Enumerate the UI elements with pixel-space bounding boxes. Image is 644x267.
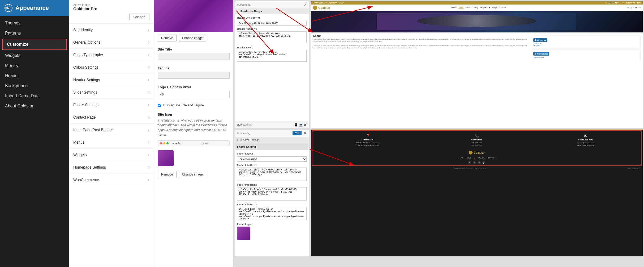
- sidebar-item-menus[interactable]: Menus: [0, 61, 69, 71]
- footer-info1-label: Footer Info Box 1: [237, 164, 307, 166]
- back-arrow-icon[interactable]: ‹: [237, 9, 238, 13]
- dot-yellow: [163, 142, 165, 144]
- sidebar: W Appearance Themes Patterns Customize W…: [0, 0, 69, 267]
- panel-item-widgets[interactable]: Widgets ›: [69, 149, 154, 161]
- chevron-right-icon: ›: [148, 165, 149, 170]
- archive-june: June 2023: [533, 43, 639, 44]
- panel-item-woocommerce[interactable]: WooCommerce ›: [69, 174, 154, 186]
- chevron-right-icon: ›: [148, 115, 149, 120]
- site-logo-text: Goldstar: [318, 6, 330, 9]
- display-title-checkbox[interactable]: [158, 104, 161, 107]
- about-main-content: About Lorem ipsum Dolor nunc vulle putat…: [313, 35, 530, 60]
- remove-favicon-button[interactable]: Remove: [158, 171, 177, 178]
- sidebar-item-background[interactable]: Background: [0, 81, 69, 91]
- footer-logo-icon: [469, 151, 473, 155]
- instagram-icon[interactable]: in: [478, 161, 481, 164]
- footer-nav-about[interactable]: ABOUT: [466, 157, 471, 159]
- chevron-right-icon: ›: [148, 40, 149, 45]
- site-title-section: Site Title: [154, 44, 233, 63]
- sidebar-item-header[interactable]: Header: [0, 71, 69, 81]
- top-preview-row: Customizing ✕ ‹ Header Settings Header L…: [235, 1, 643, 128]
- sidebar-header: W Appearance: [0, 0, 69, 16]
- about-text-2: Lorem Ipsum.Dolor nunc vulle putateuf ip…: [313, 45, 530, 49]
- panel-item-fonts-typography[interactable]: Fonts Typography ›: [69, 49, 154, 61]
- footer-preview-area: 📍 Contact Info 1635 Franklin Street Mont…: [311, 130, 643, 256]
- footer-info2-textarea[interactable]: <h3>Call Us Free:</h3> <a href="tel:+138…: [237, 187, 307, 201]
- twitter-icon[interactable]: t: [473, 161, 476, 164]
- dot-green: [166, 142, 169, 144]
- footer-nav: HOME ABOUT ⚙ GALLERY CONTACT: [312, 156, 641, 160]
- change-theme-button[interactable]: Change: [129, 14, 149, 20]
- search-nav-icon[interactable]: 🔍: [627, 7, 629, 9]
- remove-logo-button[interactable]: Remove: [158, 35, 177, 41]
- sidebar-item-import-demo[interactable]: Import Demo Data: [0, 91, 69, 101]
- sidebar-item-themes[interactable]: Themes: [0, 18, 69, 28]
- category-uncategorized: Uncategorized: [533, 57, 639, 58]
- facebook-icon[interactable]: f: [468, 161, 471, 164]
- change-favicon-button[interactable]: Change image: [179, 171, 206, 178]
- desktop-icon[interactable]: 🖥: [304, 123, 307, 127]
- footer-col3-title: Send Email Now: [532, 139, 639, 141]
- chevron-right-icon: ›: [148, 65, 149, 70]
- panel-item-site-identity[interactable]: Site Identity ›: [69, 24, 154, 36]
- chevron-right-icon: ›: [148, 152, 149, 157]
- header-overlay-subheader: ‹ Header Settings: [235, 8, 309, 14]
- about-title: About: [313, 35, 530, 37]
- tagline-label: Tagline: [158, 66, 230, 70]
- chevron-right-icon: ›: [148, 90, 149, 95]
- panel-item-inner-page-banner[interactable]: Inner Page/Post Banner ›: [69, 124, 154, 136]
- panel-item-footer-settings[interactable]: Footer Settings ›: [69, 99, 154, 111]
- panel-item-contact-page[interactable]: Contact Page ›: [69, 111, 154, 124]
- logo-height-input[interactable]: [158, 91, 230, 98]
- sidebar-navigation: Themes Patterns Customize Widgets Menus …: [0, 16, 69, 111]
- hide-controls-label[interactable]: Hide Controls: [237, 124, 252, 126]
- panel-item-header-settings[interactable]: Header Settings ›: [69, 74, 154, 86]
- mobile-icon[interactable]: 📱: [294, 123, 298, 127]
- footer-nav-gallery[interactable]: GALLERY: [478, 157, 485, 159]
- close-overlay-icon[interactable]: ✕: [304, 3, 307, 7]
- panel-item-menus[interactable]: Menus ›: [69, 136, 154, 149]
- header-overlay-footer: Hide Controls 📱 💻 🖥: [235, 122, 309, 128]
- site-top-preview: Free Shipping On Orders Over $600* ✆ 712…: [311, 1, 643, 128]
- footer-info3-textarea[interactable]: <h3>Send Email Now:</h3> <a href="mailto…: [237, 207, 307, 220]
- panel-item-general-options[interactable]: General Options ›: [69, 36, 154, 49]
- chevron-right-icon: ›: [148, 102, 149, 107]
- location-icon: 📍: [315, 134, 421, 138]
- tagline-input-blurred[interactable]: [158, 72, 230, 79]
- publish-button[interactable]: 发布: [293, 131, 302, 135]
- footer-back-label: ‹ Footer Settings: [240, 139, 259, 141]
- footer-nav-contact[interactable]: CONTACT: [488, 157, 495, 159]
- chevron-right-icon: ›: [148, 52, 149, 57]
- footer-nav-home[interactable]: HOME: [458, 157, 463, 159]
- footer-customizing-label: Customizing: [237, 132, 250, 135]
- youtube-icon[interactable]: ▶: [482, 161, 486, 164]
- tablet-icon[interactable]: 💻: [299, 123, 303, 127]
- browser-dots: [160, 142, 169, 144]
- cart-nav-icon[interactable]: 🛒 CART ①: [630, 7, 641, 9]
- footer-info1-textarea[interactable]: <h3>Contact Info:</h3> <h><a href="tel:+…: [237, 168, 307, 181]
- panel-item-slider-settings[interactable]: Slider Settings ›: [69, 86, 154, 99]
- customizing-label: Customizing: [237, 3, 250, 6]
- chevron-right-icon: ›: [148, 177, 149, 182]
- footer-layout-select[interactable]: Footer 4 column: [237, 156, 307, 162]
- footer-col3-text: contact@sitename.comsupport@sitename.com: [532, 142, 639, 147]
- header-email-textarea[interactable]: <class='fas fa-envelope'></><a href='mai…: [237, 50, 307, 62]
- logo-height-section: Logo Height In Pixel: [154, 82, 233, 101]
- site-title-input-blurred[interactable]: [158, 53, 230, 60]
- header-left-input[interactable]: [237, 21, 307, 26]
- archives-box: 🗂 Archives June 2023 May 2023: [532, 36, 641, 48]
- sidebar-item-patterns[interactable]: Patterns: [0, 28, 69, 38]
- footer-info3-label: Footer Info Box 3: [237, 203, 307, 206]
- sidebar-item-customize[interactable]: Customize: [2, 39, 67, 50]
- panel-item-colors-settings[interactable]: Colors Settings ›: [69, 61, 154, 74]
- change-image-button[interactable]: Change image: [179, 35, 206, 41]
- preview-container: Customizing ✕ ‹ Header Settings Header L…: [234, 0, 644, 267]
- footer-social-icons: f t in ▶: [312, 160, 641, 165]
- header-phone-textarea[interactable]: <class='fas fa-phone-alt'></a><a href='t…: [237, 31, 307, 43]
- footer-overlay-header-actions: 发布 ✕: [293, 131, 307, 135]
- footer-back-icon[interactable]: ‹: [237, 138, 238, 142]
- footer-close-icon[interactable]: ✕: [304, 131, 307, 135]
- sidebar-item-about-goldstar[interactable]: About Goldstar: [0, 101, 69, 111]
- sidebar-item-widgets[interactable]: Widgets: [0, 51, 69, 61]
- panel-item-homepage-settings[interactable]: Homepage Settings ›: [69, 161, 154, 174]
